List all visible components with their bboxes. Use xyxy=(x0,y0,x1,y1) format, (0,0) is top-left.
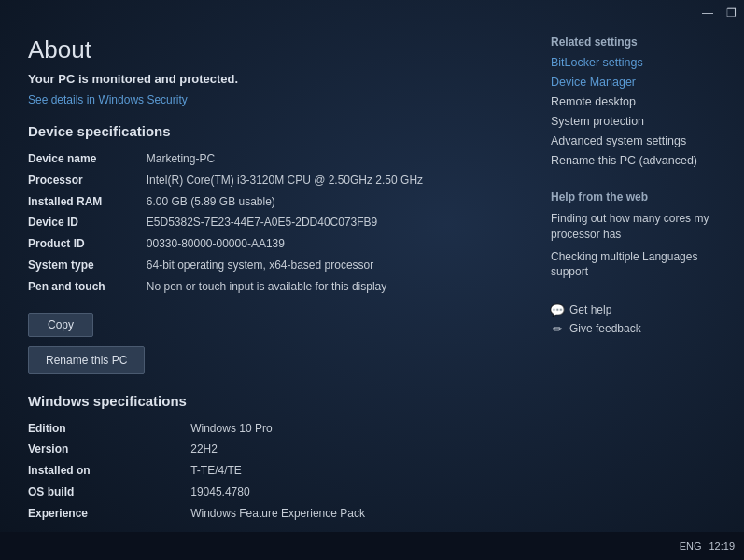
spec-label: Product ID xyxy=(28,233,147,255)
windows-specs-table: EditionWindows 10 ProVersion22H2Installe… xyxy=(28,418,504,525)
sidebar-link[interactable]: Remote desktop xyxy=(551,95,719,108)
protected-text: Your PC is monitored and protected. xyxy=(28,72,504,86)
sidebar-link[interactable]: Rename this PC (advanced) xyxy=(551,154,719,167)
windows-security-link[interactable]: See details in Windows Security xyxy=(28,93,188,106)
sidebar-help-link[interactable]: Finding out how many cores my processor … xyxy=(551,211,719,243)
spec-value: 64-bit operating system, x64-based proce… xyxy=(147,255,504,276)
rename-pc-button[interactable]: Rename this PC xyxy=(28,346,145,374)
table-row: Device nameMarketing-PC xyxy=(28,148,504,170)
spec-value: E5D5382S-7E23-44E7-A0E5-2DD40C073FB9 xyxy=(147,212,504,233)
spec-label: Installed RAM xyxy=(28,191,147,213)
spec-value: No pen or touch input is available for t… xyxy=(147,276,504,298)
spec-label: Pen and touch xyxy=(28,276,147,298)
spec-value: T-ΤΕ/4/ΤΕ xyxy=(190,460,504,482)
device-specs-table: Device nameMarketing-PCProcessorIntel(R)… xyxy=(28,148,504,298)
spec-label: System type xyxy=(28,255,147,276)
related-settings-label: Related settings xyxy=(551,35,719,49)
spec-label: Experience xyxy=(28,503,190,525)
table-row: ProcessorIntel(R) Core(TM) i3-3120M CPU … xyxy=(28,170,504,191)
spec-label: Edition xyxy=(28,418,190,440)
table-row: EditionWindows 10 Pro xyxy=(28,418,504,440)
sidebar-link[interactable]: BitLocker settings xyxy=(551,56,719,69)
table-row: Installed RAM6.00 GB (5.89 GB usable) xyxy=(28,191,504,213)
table-row: Installed onT-ΤΕ/4/ΤΕ xyxy=(28,460,504,482)
sidebar-action-link[interactable]: ✏Give feedback xyxy=(551,322,719,335)
table-row: System type64-bit operating system, x64-… xyxy=(28,255,504,276)
table-row: Device IDE5D5382S-7E23-44E7-A0E5-2DD40C0… xyxy=(28,212,504,233)
spec-value: Windows 10 Pro xyxy=(190,418,504,440)
table-row: Version22H2 xyxy=(28,439,504,460)
spec-label: Installed on xyxy=(28,460,190,482)
spec-label: Device name xyxy=(28,148,147,170)
sidebar: Related settings BitLocker settingsDevic… xyxy=(532,26,737,560)
spec-value: Marketing-PC xyxy=(147,148,504,170)
sidebar-link[interactable]: Advanced system settings xyxy=(551,134,719,147)
sidebar-help-link[interactable]: Checking multiple Languages support xyxy=(551,249,719,281)
action-icon: ✏ xyxy=(551,322,564,335)
table-row: OS build19045.4780 xyxy=(28,482,504,503)
spec-label: Processor xyxy=(28,170,147,191)
title-bar: — ❐ xyxy=(0,0,744,26)
table-row: Pen and touchNo pen or touch input is av… xyxy=(28,276,504,298)
minimize-button[interactable]: — xyxy=(702,7,713,19)
help-from-web-label: Help from the web xyxy=(551,190,719,203)
table-row: Product ID00330-80000-00000-AA139 xyxy=(28,233,504,255)
spec-label: Device ID xyxy=(28,212,147,233)
spec-value: 19045.4780 xyxy=(190,482,504,503)
windows-specs-title: Windows specifications xyxy=(28,393,504,409)
sidebar-link[interactable]: Device Manager xyxy=(551,76,719,89)
spec-value: Intel(R) Core(TM) i3-3120M CPU @ 2.50GHz… xyxy=(147,170,504,191)
action-icon: 💬 xyxy=(551,303,564,316)
main-content: About Your PC is monitored and protected… xyxy=(0,26,532,560)
maximize-button[interactable]: ❐ xyxy=(726,7,737,19)
page-title: About xyxy=(28,35,504,64)
sidebar-action-link[interactable]: 💬Get help xyxy=(551,303,719,316)
spec-value: 00330-80000-00000-AA139 xyxy=(147,233,504,255)
action-label: Get help xyxy=(569,303,611,316)
action-label: Give feedback xyxy=(569,322,641,335)
spec-label: Version xyxy=(28,439,190,460)
spec-value: 22H2 xyxy=(190,439,504,460)
spec-value: 6.00 GB (5.89 GB usable) xyxy=(147,191,504,213)
table-row: ExperienceWindows Feature Experience Pac… xyxy=(28,503,504,525)
copy-button[interactable]: Copy xyxy=(28,313,93,337)
spec-value: Windows Feature Experience Pack xyxy=(190,503,504,525)
sidebar-link[interactable]: System protection xyxy=(551,115,719,128)
device-specs-title: Device specifications xyxy=(28,123,504,139)
spec-label: OS build xyxy=(28,482,190,503)
